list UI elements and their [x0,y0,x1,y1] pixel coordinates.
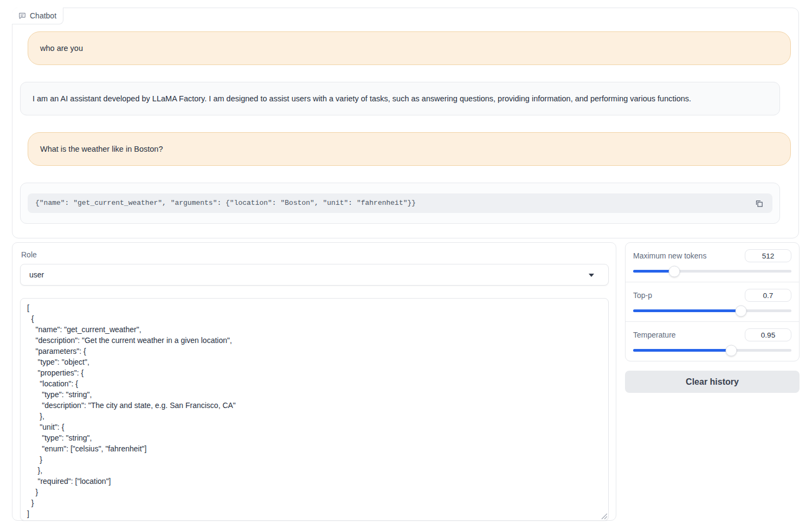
max-tokens-row: Maximum new tokens [626,243,799,282]
caret-down-icon [589,274,594,277]
max-tokens-label: Maximum new tokens [633,251,706,260]
chatbot-panel: Chatbot who are you I am an AI assistant… [12,8,799,238]
user-message-bubble: who are you [28,31,791,65]
temperature-slider[interactable] [633,349,791,352]
composer-panel: Role user [ { "name": "get_current_weath… [12,242,616,521]
copy-icon [755,199,763,208]
role-dropdown[interactable]: user [20,264,609,286]
message-row-bot: {"name": "get_current_weather", "argumen… [20,183,791,224]
max-tokens-slider[interactable] [633,270,791,273]
copy-button[interactable] [753,197,765,209]
chat-message-list[interactable]: who are you I am an AI assistant develop… [12,25,798,238]
max-tokens-input[interactable] [745,249,791,262]
chatbot-label-text: Chatbot [30,11,56,20]
max-tokens-slider-handle[interactable] [668,266,680,277]
message-row-bot: I am an AI assistant developed by LLaMA … [20,82,791,115]
message-row-user: who are you [20,31,791,65]
temperature-row: Temperature [626,321,799,361]
role-dropdown-value: user [29,270,44,279]
speech-bubble-icon [18,12,26,20]
tool-call-code: {"name": "get_current_weather", "argumen… [35,198,416,209]
resize-grip-icon[interactable] [600,512,607,519]
top-p-label: Top-p [633,291,652,300]
slider-fill [633,309,741,312]
user-message-bubble: What is the weather like in Boston? [28,132,791,166]
top-p-row: Top-p [626,282,799,321]
message-row-user: What is the weather like in Boston? [20,132,791,166]
temperature-label: Temperature [633,331,676,339]
bot-message-bubble: {"name": "get_current_weather", "argumen… [20,183,780,224]
chatbot-label: Chatbot [12,8,63,24]
bot-message-bubble: I am an AI assistant developed by LLaMA … [20,82,780,115]
top-p-slider-handle[interactable] [735,305,746,316]
tools-editor-wrap: [ { "name": "get_current_weather", "desc… [20,298,609,521]
parameters-column: Maximum new tokens Top-p Temperature [625,242,800,393]
temperature-slider-handle[interactable] [726,345,737,356]
sliders-card: Maximum new tokens Top-p Temperature [625,242,800,361]
top-p-slider[interactable] [633,309,791,312]
top-p-input[interactable] [745,289,791,302]
tools-json-textarea[interactable]: [ { "name": "get_current_weather", "desc… [20,298,609,521]
tool-call-code-block: {"name": "get_current_weather", "argumen… [28,193,772,213]
clear-history-button[interactable]: Clear history [625,371,800,393]
temperature-input[interactable] [745,328,791,341]
role-label: Role [21,250,609,259]
slider-fill [633,349,731,352]
